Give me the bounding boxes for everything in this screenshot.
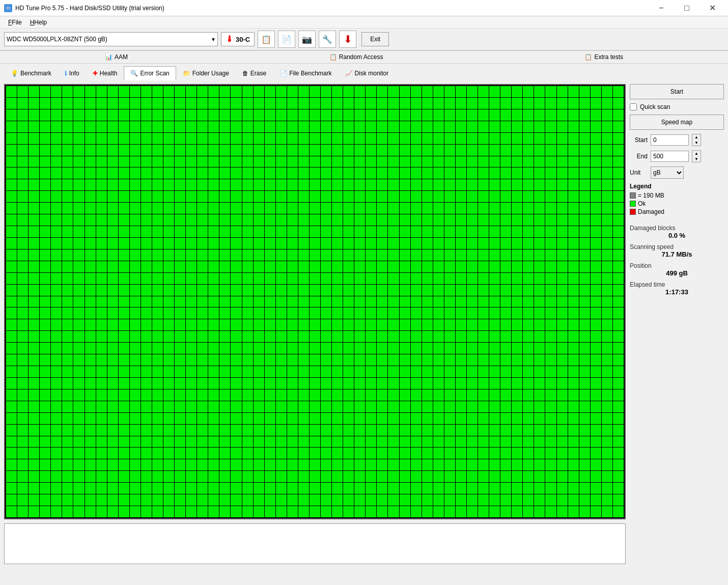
toolbar-btn-4[interactable]: 🔧 xyxy=(319,31,336,48)
maximize-button[interactable]: □ xyxy=(675,0,698,16)
start-spin-down[interactable]: ▼ xyxy=(692,140,701,146)
tab-error-scan[interactable]: 🔍 Error Scan xyxy=(124,66,176,80)
tab-aam[interactable]: 📊 AAM xyxy=(99,52,134,62)
scan-cell xyxy=(512,448,522,459)
scan-cell xyxy=(400,86,410,97)
scan-cell xyxy=(602,308,612,319)
unit-select[interactable]: MB gB xyxy=(651,166,684,179)
scan-cell xyxy=(17,494,28,506)
scan-cell xyxy=(208,354,219,366)
scan-cell xyxy=(613,238,624,249)
scan-cell xyxy=(254,226,264,237)
scan-cell xyxy=(152,401,163,412)
scan-cell xyxy=(107,203,118,214)
scan-cell xyxy=(265,261,275,272)
toolbar-btn-2[interactable]: 📄 xyxy=(278,31,295,48)
scan-cell xyxy=(152,121,163,132)
quick-scan-checkbox[interactable] xyxy=(630,103,637,110)
scan-cell xyxy=(433,319,444,330)
scan-cell xyxy=(219,179,230,190)
scan-cell xyxy=(512,226,522,237)
scan-cell xyxy=(377,296,387,308)
speed-map-button[interactable]: Speed map xyxy=(630,115,724,130)
scan-cell xyxy=(332,191,343,202)
tab-disk-monitor[interactable]: 📈 Disk monitor xyxy=(339,66,396,80)
scan-cell xyxy=(107,179,118,190)
scan-cell xyxy=(545,191,556,202)
scan-cell xyxy=(40,343,50,354)
tab-erase[interactable]: 🗑 Erase xyxy=(236,66,273,80)
tab-benchmark[interactable]: 💡 Benchmark xyxy=(4,66,58,80)
scan-cell xyxy=(62,285,73,296)
scan-cell xyxy=(163,226,174,237)
exit-button[interactable]: Exit xyxy=(361,32,389,46)
minimize-button[interactable]: − xyxy=(650,0,673,16)
scan-cell xyxy=(276,366,287,377)
scan-cell xyxy=(6,413,17,424)
scan-cell xyxy=(62,506,73,517)
start-spin-up[interactable]: ▲ xyxy=(692,134,701,140)
scan-cell xyxy=(62,145,73,156)
scan-cell xyxy=(130,448,141,459)
scan-cell xyxy=(310,471,320,482)
scan-cell xyxy=(444,86,455,97)
start-button[interactable]: Start xyxy=(630,84,724,99)
scan-cell xyxy=(456,98,466,109)
tab-health[interactable]: ✚ Health xyxy=(86,66,124,80)
tab-folder-usage[interactable]: 📁 Folder Usage xyxy=(176,66,236,80)
scan-cell xyxy=(298,86,309,97)
scan-cell xyxy=(298,331,309,342)
stats-section: Damaged blocks 0.0 % Scanning speed 71.7… xyxy=(630,220,724,296)
scan-cell xyxy=(433,179,444,190)
scan-cell xyxy=(254,191,264,202)
scan-cell xyxy=(51,459,62,470)
scan-cell xyxy=(254,319,264,330)
scan-cell xyxy=(568,285,579,296)
error-scan-icon: 🔍 xyxy=(130,70,138,77)
scan-cell xyxy=(231,366,241,377)
tab-random-access[interactable]: 📋 Random Access xyxy=(323,52,389,62)
scan-cell xyxy=(242,378,253,389)
scan-cell xyxy=(557,448,568,459)
scan-cell xyxy=(478,121,489,132)
scan-cell xyxy=(276,285,287,296)
scan-cell xyxy=(231,145,241,156)
tab-file-benchmark[interactable]: 📄 File Benchmark xyxy=(273,66,338,80)
close-button[interactable]: ✕ xyxy=(701,0,724,16)
scan-cell xyxy=(287,401,298,412)
tab-extra-tests[interactable]: 📋 Extra tests xyxy=(578,52,629,62)
scan-cell xyxy=(119,109,129,121)
scan-cell xyxy=(354,354,365,366)
tab-info[interactable]: ℹ Info xyxy=(58,66,86,80)
scan-cell xyxy=(591,483,601,494)
scan-cell xyxy=(467,98,478,109)
scan-cell xyxy=(310,145,320,156)
scan-cell xyxy=(545,366,556,377)
error-scan-label: Error Scan xyxy=(140,70,169,77)
scan-cell xyxy=(366,471,376,482)
scan-cell xyxy=(231,238,241,249)
scan-cell xyxy=(208,296,219,308)
scan-cell xyxy=(141,296,152,308)
scan-cell xyxy=(411,494,422,506)
drive-select[interactable]: WDC WD5000LPLX-08ZNT (500 gB) xyxy=(4,32,218,46)
start-field-row: Start ▲ ▼ xyxy=(630,134,724,146)
help-menu[interactable]: HHelp xyxy=(26,18,51,27)
scan-cell xyxy=(489,354,500,366)
toolbar-btn-1[interactable]: 📋 xyxy=(258,31,275,48)
toolbar-btn-3[interactable]: 📷 xyxy=(298,31,316,48)
file-menu[interactable]: FFile xyxy=(4,18,26,27)
end-input[interactable] xyxy=(651,151,689,162)
scan-cell xyxy=(276,203,287,214)
scan-cell xyxy=(186,191,197,202)
toolbar-btn-5[interactable]: ⬇ xyxy=(339,31,356,48)
end-spin-down[interactable]: ▼ xyxy=(692,156,701,162)
scan-cell xyxy=(130,168,141,179)
scan-cell xyxy=(545,145,556,156)
end-spin-up[interactable]: ▲ xyxy=(692,151,701,156)
scan-cell xyxy=(568,214,579,226)
scan-cell xyxy=(62,448,73,459)
scan-cell xyxy=(478,179,489,190)
scan-cell xyxy=(366,413,376,424)
start-input[interactable] xyxy=(651,134,689,146)
